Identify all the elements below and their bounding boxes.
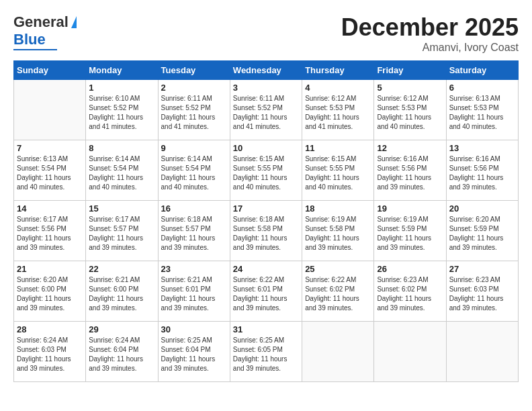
day-number: 25 — [305, 264, 371, 274]
day-number: 4 — [305, 83, 371, 93]
calendar-week-row: 28Sunrise: 6:24 AMSunset: 6:03 PMDayligh… — [14, 322, 519, 382]
day-number: 7 — [17, 143, 83, 153]
location-title: Amanvi, Ivory Coast — [341, 42, 519, 54]
calendar-cell: 11Sunrise: 6:15 AMSunset: 5:55 PMDayligh… — [302, 140, 374, 201]
day-number: 5 — [377, 83, 443, 93]
calendar-cell: 4Sunrise: 6:12 AMSunset: 5:53 PMDaylight… — [302, 80, 374, 140]
day-info: Sunrise: 6:19 AMSunset: 5:59 PMDaylight:… — [377, 215, 443, 253]
day-info: Sunrise: 6:21 AMSunset: 6:00 PMDaylight:… — [89, 275, 154, 313]
calendar-cell: 25Sunrise: 6:22 AMSunset: 6:02 PMDayligh… — [302, 261, 374, 322]
calendar-cell: 1Sunrise: 6:10 AMSunset: 5:52 PMDaylight… — [86, 80, 158, 140]
day-number: 22 — [89, 264, 154, 274]
calendar-cell — [302, 322, 374, 382]
day-number: 23 — [161, 264, 227, 274]
day-number: 30 — [161, 324, 227, 334]
day-number: 20 — [449, 203, 515, 214]
calendar-cell: 3Sunrise: 6:11 AMSunset: 5:52 PMDaylight… — [230, 80, 302, 140]
day-info: Sunrise: 6:11 AMSunset: 5:52 PMDaylight:… — [161, 94, 227, 132]
day-info: Sunrise: 6:25 AMSunset: 6:05 PMDaylight:… — [233, 336, 299, 373]
day-number: 13 — [449, 143, 515, 153]
day-number: 14 — [17, 203, 83, 214]
day-info: Sunrise: 6:18 AMSunset: 5:58 PMDaylight:… — [233, 215, 299, 253]
calendar-cell: 14Sunrise: 6:17 AMSunset: 5:56 PMDayligh… — [14, 201, 86, 261]
logo-triangle-icon — [71, 16, 77, 28]
day-info: Sunrise: 6:23 AMSunset: 6:02 PMDaylight:… — [377, 275, 443, 313]
day-number: 15 — [89, 203, 154, 214]
day-number: 28 — [17, 324, 83, 334]
day-info: Sunrise: 6:13 AMSunset: 5:53 PMDaylight:… — [449, 94, 515, 132]
day-number: 26 — [377, 264, 443, 274]
day-info: Sunrise: 6:25 AMSunset: 6:04 PMDaylight:… — [161, 336, 227, 373]
calendar-cell: 13Sunrise: 6:16 AMSunset: 5:56 PMDayligh… — [446, 140, 518, 201]
day-of-week-header: Wednesday — [230, 61, 302, 80]
day-info: Sunrise: 6:14 AMSunset: 5:54 PMDaylight:… — [89, 154, 154, 192]
calendar-cell: 6Sunrise: 6:13 AMSunset: 5:53 PMDaylight… — [446, 80, 518, 140]
calendar-cell: 23Sunrise: 6:21 AMSunset: 6:01 PMDayligh… — [158, 261, 230, 322]
calendar-cell: 24Sunrise: 6:22 AMSunset: 6:01 PMDayligh… — [230, 261, 302, 322]
calendar-cell: 10Sunrise: 6:15 AMSunset: 5:55 PMDayligh… — [230, 140, 302, 201]
logo-general: General — [13, 13, 69, 31]
page-header: General Blue December 2025 Amanvi, Ivory… — [13, 13, 519, 54]
day-of-week-header: Friday — [374, 61, 446, 80]
day-info: Sunrise: 6:18 AMSunset: 5:57 PMDaylight:… — [161, 215, 227, 253]
day-info: Sunrise: 6:15 AMSunset: 5:55 PMDaylight:… — [233, 154, 299, 192]
day-info: Sunrise: 6:21 AMSunset: 6:01 PMDaylight:… — [161, 275, 227, 313]
calendar-cell: 20Sunrise: 6:20 AMSunset: 5:59 PMDayligh… — [446, 201, 518, 261]
calendar-cell: 16Sunrise: 6:18 AMSunset: 5:57 PMDayligh… — [158, 201, 230, 261]
day-info: Sunrise: 6:22 AMSunset: 6:01 PMDaylight:… — [233, 275, 299, 313]
day-number: 2 — [161, 83, 227, 93]
day-info: Sunrise: 6:17 AMSunset: 5:56 PMDaylight:… — [17, 215, 83, 253]
day-of-week-header: Monday — [86, 61, 158, 80]
calendar-week-row: 1Sunrise: 6:10 AMSunset: 5:52 PMDaylight… — [14, 80, 519, 140]
logo: General Blue — [13, 13, 77, 50]
day-info: Sunrise: 6:11 AMSunset: 5:52 PMDaylight:… — [233, 94, 299, 132]
calendar-cell: 7Sunrise: 6:13 AMSunset: 5:54 PMDaylight… — [14, 140, 86, 201]
calendar-cell: 8Sunrise: 6:14 AMSunset: 5:54 PMDaylight… — [86, 140, 158, 201]
day-info: Sunrise: 6:16 AMSunset: 5:56 PMDaylight:… — [449, 154, 515, 192]
calendar-cell: 15Sunrise: 6:17 AMSunset: 5:57 PMDayligh… — [86, 201, 158, 261]
day-number: 8 — [89, 143, 154, 153]
calendar-cell: 9Sunrise: 6:14 AMSunset: 5:54 PMDaylight… — [158, 140, 230, 201]
calendar-cell: 31Sunrise: 6:25 AMSunset: 6:05 PMDayligh… — [230, 322, 302, 382]
calendar-cell — [14, 80, 86, 140]
day-info: Sunrise: 6:24 AMSunset: 6:03 PMDaylight:… — [17, 336, 83, 373]
calendar-week-row: 14Sunrise: 6:17 AMSunset: 5:56 PMDayligh… — [14, 201, 519, 261]
day-number: 9 — [161, 143, 227, 153]
day-number: 10 — [233, 143, 299, 153]
day-number: 16 — [161, 203, 227, 214]
day-number: 11 — [305, 143, 371, 153]
day-info: Sunrise: 6:10 AMSunset: 5:52 PMDaylight:… — [89, 94, 154, 132]
day-info: Sunrise: 6:20 AMSunset: 5:59 PMDaylight:… — [449, 215, 515, 253]
day-number: 18 — [305, 203, 371, 214]
day-number: 19 — [377, 203, 443, 214]
day-number: 29 — [89, 324, 154, 334]
calendar-cell: 30Sunrise: 6:25 AMSunset: 6:04 PMDayligh… — [158, 322, 230, 382]
day-info: Sunrise: 6:22 AMSunset: 6:02 PMDaylight:… — [305, 275, 371, 313]
day-info: Sunrise: 6:13 AMSunset: 5:54 PMDaylight:… — [17, 154, 83, 192]
calendar-cell: 19Sunrise: 6:19 AMSunset: 5:59 PMDayligh… — [374, 201, 446, 261]
calendar-cell: 29Sunrise: 6:24 AMSunset: 6:04 PMDayligh… — [86, 322, 158, 382]
day-info: Sunrise: 6:20 AMSunset: 6:00 PMDaylight:… — [17, 275, 83, 313]
day-of-week-header: Tuesday — [158, 61, 230, 80]
day-number: 6 — [449, 83, 515, 93]
day-number: 1 — [89, 83, 154, 93]
calendar-cell: 12Sunrise: 6:16 AMSunset: 5:56 PMDayligh… — [374, 140, 446, 201]
calendar-table: SundayMondayTuesdayWednesdayThursdayFrid… — [13, 60, 519, 382]
day-info: Sunrise: 6:17 AMSunset: 5:57 PMDaylight:… — [89, 215, 154, 253]
calendar-week-row: 21Sunrise: 6:20 AMSunset: 6:00 PMDayligh… — [14, 261, 519, 322]
calendar-cell: 5Sunrise: 6:12 AMSunset: 5:53 PMDaylight… — [374, 80, 446, 140]
calendar-cell: 27Sunrise: 6:23 AMSunset: 6:03 PMDayligh… — [446, 261, 518, 322]
day-info: Sunrise: 6:24 AMSunset: 6:04 PMDaylight:… — [89, 336, 154, 373]
calendar-cell: 21Sunrise: 6:20 AMSunset: 6:00 PMDayligh… — [14, 261, 86, 322]
day-info: Sunrise: 6:14 AMSunset: 5:54 PMDaylight:… — [161, 154, 227, 192]
day-number: 31 — [233, 324, 299, 334]
calendar-cell — [446, 322, 518, 382]
day-info: Sunrise: 6:19 AMSunset: 5:58 PMDaylight:… — [305, 215, 371, 253]
logo-blue: Blue — [13, 31, 46, 48]
day-number: 12 — [377, 143, 443, 153]
day-of-week-header: Saturday — [446, 61, 518, 80]
day-of-week-header: Sunday — [14, 61, 86, 80]
day-number: 27 — [449, 264, 515, 274]
calendar-cell: 26Sunrise: 6:23 AMSunset: 6:02 PMDayligh… — [374, 261, 446, 322]
day-number: 24 — [233, 264, 299, 274]
